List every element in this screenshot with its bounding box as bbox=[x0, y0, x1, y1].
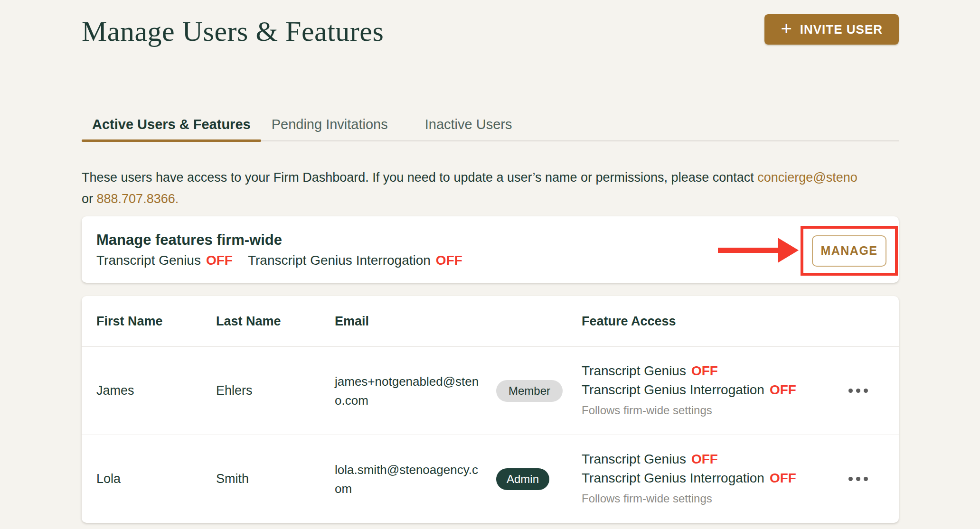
feature-line: Transcript GeniusOFF bbox=[582, 362, 829, 381]
concierge-email-link[interactable]: concierge@steno bbox=[757, 170, 858, 185]
row-actions-menu-icon[interactable] bbox=[844, 472, 873, 486]
table-row: Lola Smith lola.smith@stenoagency.com Ad… bbox=[82, 435, 899, 523]
page-title: Manage Users & Features bbox=[82, 13, 384, 49]
feature-name: Transcript Genius bbox=[582, 363, 686, 378]
feature-status: OFF bbox=[206, 253, 233, 268]
header-feature-access: Feature Access bbox=[582, 314, 829, 329]
cell-feature-access: Transcript GeniusOFF Transcript Genius I… bbox=[582, 450, 829, 508]
users-table-card: First Name Last Name Email Feature Acces… bbox=[82, 296, 899, 523]
invite-user-label: INVITE USER bbox=[800, 22, 883, 37]
cell-first-name: Lola bbox=[96, 472, 216, 486]
tab-pending-invitations[interactable]: Pending Invitations bbox=[261, 115, 398, 140]
feature-name: Transcript Genius Interrogation bbox=[582, 382, 764, 397]
row-actions-menu-icon[interactable] bbox=[844, 384, 873, 398]
plus-icon: + bbox=[781, 19, 792, 38]
dot bbox=[848, 477, 853, 481]
cell-feature-access: Transcript GeniusOFF Transcript Genius I… bbox=[582, 362, 829, 420]
description-body: These users have access to your Firm Das… bbox=[82, 170, 754, 185]
invite-user-button[interactable]: + INVITE USER bbox=[764, 14, 899, 45]
dot bbox=[864, 477, 868, 481]
feature-line: Transcript GeniusOFF bbox=[582, 450, 829, 469]
table-row: James Ehlers james+notgenabled@steno.com… bbox=[82, 346, 899, 435]
feature-note: Follows firm-wide settings bbox=[582, 401, 829, 420]
feature-line: Transcript Genius InterrogationOFF bbox=[582, 381, 829, 399]
feature-name: Transcript Genius Interrogation bbox=[582, 471, 764, 485]
cell-email: lola.smith@stenoagency.com bbox=[335, 460, 496, 498]
role-badge: Admin bbox=[496, 468, 549, 490]
cell-role: Member bbox=[496, 380, 582, 402]
description-separator: or bbox=[82, 192, 93, 206]
firmwide-feature-1: Transcript GeniusOFF bbox=[96, 253, 233, 268]
header-first-name: First Name bbox=[96, 314, 216, 329]
firmwide-features-card: Manage features firm-wide Transcript Gen… bbox=[82, 216, 899, 283]
table-header-row: First Name Last Name Email Feature Acces… bbox=[82, 296, 899, 346]
firmwide-feature-2: Transcript Genius InterrogationOFF bbox=[248, 253, 462, 268]
firmwide-heading: Manage features firm-wide bbox=[96, 232, 462, 249]
dot bbox=[856, 389, 860, 393]
firmwide-text: Manage features firm-wide Transcript Gen… bbox=[96, 232, 462, 268]
dot bbox=[864, 389, 868, 393]
phone-link[interactable]: 888.707.8366. bbox=[97, 192, 179, 206]
tab-bar: Active Users & Features Pending Invitati… bbox=[82, 115, 899, 141]
cell-last-name: Smith bbox=[216, 472, 335, 486]
dot bbox=[856, 477, 860, 481]
role-badge: Member bbox=[496, 380, 563, 402]
red-arrow-annotation bbox=[718, 237, 799, 264]
feature-note: Follows firm-wide settings bbox=[582, 489, 829, 508]
feature-name: Transcript Genius bbox=[96, 253, 201, 268]
cell-first-name: James bbox=[96, 383, 216, 398]
feature-status: OFF bbox=[691, 363, 718, 378]
header-email: Email bbox=[335, 314, 496, 329]
firmwide-feature-statuses: Transcript GeniusOFF Transcript Genius I… bbox=[96, 253, 462, 268]
tab-inactive-users[interactable]: Inactive Users bbox=[415, 115, 523, 140]
feature-name: Transcript Genius Interrogation bbox=[248, 253, 431, 268]
feature-status: OFF bbox=[770, 382, 796, 397]
cell-email: james+notgenabled@steno.com bbox=[335, 372, 496, 410]
feature-name: Transcript Genius bbox=[582, 452, 686, 466]
header-last-name: Last Name bbox=[216, 314, 335, 329]
page-header: Manage Users & Features + INVITE USER bbox=[82, 0, 899, 49]
feature-line: Transcript Genius InterrogationOFF bbox=[582, 469, 829, 488]
red-highlight-box: MANAGE bbox=[801, 226, 898, 276]
manage-button[interactable]: MANAGE bbox=[812, 235, 886, 267]
cell-last-name: Ehlers bbox=[216, 383, 335, 398]
description-text: These users have access to your Firm Das… bbox=[82, 167, 860, 210]
cell-role: Admin bbox=[496, 468, 582, 490]
tab-active-users-features[interactable]: Active Users & Features bbox=[82, 115, 261, 140]
feature-status: OFF bbox=[436, 253, 462, 268]
feature-status: OFF bbox=[770, 471, 796, 485]
dot bbox=[848, 389, 853, 393]
feature-status: OFF bbox=[691, 452, 718, 466]
manage-users-page: Manage Users & Features + INVITE USER Ac… bbox=[0, 0, 980, 529]
